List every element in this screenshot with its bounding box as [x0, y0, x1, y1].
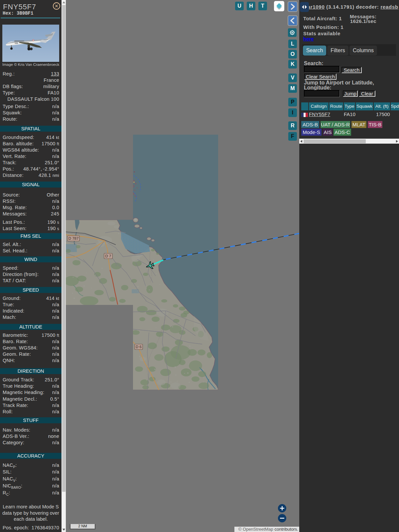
svg-text:D 787: D 787 [68, 236, 79, 240]
svg-text:D 6: D 6 [136, 345, 142, 349]
svg-text:D 7: D 7 [105, 254, 111, 258]
svg-text:133: 133 [15, 42, 18, 44]
